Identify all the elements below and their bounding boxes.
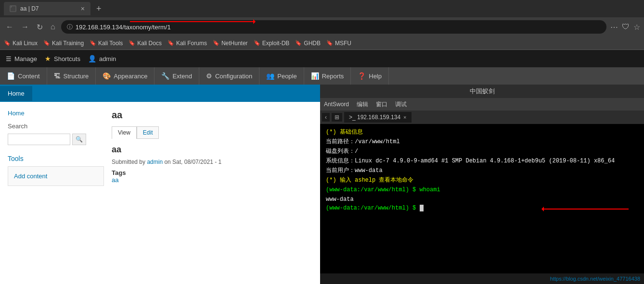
menu-debug[interactable]: 调试: [395, 100, 407, 109]
manage-button[interactable]: ☰ Manage: [6, 55, 37, 62]
forward-button[interactable]: →: [19, 21, 31, 33]
bookmark-ghdb[interactable]: 🔖 GHDB: [295, 40, 321, 47]
content-area: Home Home Search 🔍 Tools Add content aa: [0, 85, 644, 284]
antsword-tab[interactable]: >_ 192.168.159.134 ×: [344, 112, 412, 123]
menu-antsword[interactable]: AntSword: [324, 101, 349, 108]
nav-structure[interactable]: 🏗 Structure: [47, 67, 96, 85]
term-line-8: (www-data:/var/www/html) $: [326, 205, 638, 211]
people-icon: 👥: [266, 72, 274, 80]
bookmark-msfu[interactable]: 🔖 MSFU: [326, 40, 351, 47]
term-line-2: 磁盘列表：/: [326, 147, 638, 156]
tab-title: aa | D7: [20, 5, 77, 12]
term-text-3: 系统信息：Linux dc-7 4.9.0-9-amd64 #1 SMP Deb…: [326, 158, 615, 164]
help-icon: ❓: [358, 72, 366, 80]
bookmark-kali-tools[interactable]: 🔖 Kali Tools: [90, 40, 123, 47]
bookmarks-bar: 🔖 Kali Linux 🔖 Kali Training 🔖 Kali Tool…: [0, 37, 644, 50]
tab-edit[interactable]: Edit: [137, 126, 159, 139]
home-button[interactable]: ⌂: [49, 21, 57, 33]
node-tags: Tags aa: [112, 169, 312, 184]
bookmark-kali-linux-icon: 🔖: [4, 40, 11, 46]
bookmark-kali-tools-icon: 🔖: [90, 40, 96, 46]
term-line-7: www-data: [326, 195, 638, 204]
bookmark-kali-docs-icon: 🔖: [129, 40, 135, 46]
bookmark-nethunter[interactable]: 🔖 NetHunter: [213, 40, 248, 47]
page-heading: aa: [112, 110, 312, 121]
nav-appearance[interactable]: 🎨 Appearance: [96, 67, 155, 85]
drupal-body: Home Search 🔍 Tools Add content aa View: [0, 102, 320, 284]
nav-structure-label: Structure: [64, 73, 89, 80]
shortcuts-label: Shortcuts: [54, 55, 80, 62]
appearance-icon: 🎨: [103, 72, 111, 80]
configuration-icon: ⚙: [206, 72, 212, 80]
bookmark-kali-training[interactable]: 🔖 Kali Training: [43, 40, 84, 47]
nav-reports[interactable]: 📊 Reports: [304, 67, 351, 85]
address-bar[interactable]: ⓘ 192.168.159.134/taxonomy/term/1: [61, 20, 606, 34]
shield-icon[interactable]: 🛡: [622, 23, 630, 31]
nav-people[interactable]: 👥 People: [259, 67, 304, 85]
menu-window[interactable]: 窗口: [376, 100, 387, 109]
extend-icon: 🔧: [161, 72, 169, 80]
nav-content[interactable]: 📄 Content: [0, 67, 47, 85]
nav-people-label: People: [277, 73, 296, 80]
tag-link[interactable]: aa: [112, 176, 118, 184]
footer-link[interactable]: https://blog.csdn.net/weixin_47716438: [550, 276, 640, 282]
nav-configuration[interactable]: ⚙ Configuration: [199, 67, 259, 85]
term-text-8: (www-data:/var/www/html) $: [326, 205, 419, 211]
tab-view[interactable]: View: [112, 126, 137, 139]
term-line-5: (*) 输入 ashelp 查看本地命令: [326, 176, 638, 185]
new-tab-button[interactable]: +: [96, 4, 102, 14]
menu-icon: ☰: [6, 55, 12, 62]
term-line-4: 当前用户：www-data: [326, 166, 638, 175]
bookmark-icon[interactable]: ☆: [633, 23, 640, 32]
tab-prev-button[interactable]: ‹: [322, 113, 330, 122]
term-text-6: (www-data:/var/www/html) $ whoami: [326, 186, 440, 193]
antsword-tabbar: ‹ ⊞ >_ 192.168.159.134 ×: [320, 111, 644, 124]
tab-close-icon[interactable]: ×: [81, 5, 85, 12]
drupal-admin-bar: ☰ Manage ★ Shortcuts 👤 admin: [0, 50, 644, 67]
nav-help[interactable]: ❓ Help: [351, 67, 389, 85]
browser-tab[interactable]: ⬛ aa | D7 ×: [4, 2, 90, 15]
author-link[interactable]: admin: [147, 159, 163, 165]
antsword-menubar: AntSword 编辑 窗口 调试: [320, 98, 644, 111]
lock-icon: ⓘ: [67, 23, 73, 31]
nav-help-label: Help: [369, 73, 382, 80]
bookmark-kali-forums[interactable]: 🔖 Kali Forums: [167, 40, 207, 47]
add-content-link[interactable]: Add content: [14, 173, 47, 180]
browser-toolbar: ← → ↻ ⌂ ⓘ 192.168.159.134/taxonomy/term/…: [0, 17, 644, 37]
drupal-main: aa View Edit aa Submitted by admin on Sa…: [112, 110, 312, 276]
browser-titlebar: ⬛ aa | D7 × +: [0, 0, 644, 17]
extensions-icon[interactable]: ⋯: [610, 23, 618, 32]
term-text-1: 当前路径：/var/www/html: [326, 138, 400, 145]
nav-extend[interactable]: 🔧 Extend: [155, 67, 199, 85]
bookmark-kali-forums-icon: 🔖: [167, 40, 174, 46]
home-link[interactable]: Home: [8, 110, 104, 117]
tab-favicon: ⬛: [10, 5, 16, 12]
term-text-7: www-data: [326, 196, 354, 203]
back-button[interactable]: ←: [4, 21, 15, 33]
search-block-title: Search: [8, 123, 104, 130]
tab-close-button[interactable]: ×: [403, 114, 406, 120]
home-tab[interactable]: Home: [0, 86, 32, 101]
tab-grid-button[interactable]: ⊞: [332, 113, 342, 122]
admin-button[interactable]: 👤 admin: [88, 55, 116, 62]
bookmark-exploit-db[interactable]: 🔖 Exploit-DB: [254, 40, 290, 47]
menu-edit[interactable]: 编辑: [357, 100, 368, 109]
action-tabs: View Edit: [112, 126, 312, 139]
red-arrow-url: [130, 21, 255, 22]
drupal-sidebar: Home Search 🔍 Tools Add content: [8, 110, 104, 276]
reload-button[interactable]: ↻: [35, 21, 45, 34]
term-text-0: (*) 基础信息: [326, 129, 363, 136]
bookmark-kali-docs[interactable]: 🔖 Kali Docs: [129, 40, 162, 47]
bookmark-kali-linux[interactable]: 🔖 Kali Linux: [4, 40, 38, 47]
term-line-3: 系统信息：Linux dc-7 4.9.0-9-amd64 #1 SMP Deb…: [326, 157, 638, 165]
search-button[interactable]: 🔍: [72, 134, 86, 145]
drupal-nav-bar: 📄 Content 🏗 Structure 🎨 Appearance 🔧 Ext…: [0, 67, 644, 85]
terminal-body[interactable]: (*) 基础信息 当前路径：/var/www/html 磁盘列表：/ 系统信息：…: [320, 124, 644, 273]
search-input[interactable]: [8, 134, 70, 145]
shortcuts-button[interactable]: ★ Shortcuts: [45, 55, 80, 62]
term-text-2: 磁盘列表：/: [326, 148, 358, 155]
term-text-5: (*) 输入 ashelp 查看本地命令: [326, 177, 413, 184]
content-icon: 📄: [7, 72, 15, 80]
red-arrow-terminal: [542, 209, 629, 210]
antsword-footer: https://blog.csdn.net/weixin_47716438: [320, 273, 644, 284]
